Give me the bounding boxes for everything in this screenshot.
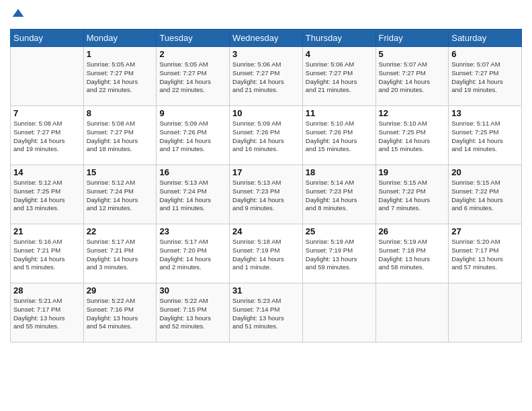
week-row-1: 1Sunrise: 5:05 AM Sunset: 7:27 PM Daylig… — [11, 47, 522, 106]
week-row-3: 14Sunrise: 5:12 AM Sunset: 7:25 PM Dayli… — [11, 165, 522, 224]
day-info: Sunrise: 5:05 AM Sunset: 7:27 PM Dayligh… — [87, 60, 154, 95]
page-container: SundayMondayTuesdayWednesdayThursdayFrid… — [0, 0, 532, 349]
calendar-cell: 23Sunrise: 5:17 AM Sunset: 7:20 PM Dayli… — [157, 224, 230, 283]
day-info: Sunrise: 5:13 AM Sunset: 7:23 PM Dayligh… — [232, 179, 300, 213]
weekday-header-friday: Friday — [375, 30, 449, 47]
calendar-cell: 26Sunrise: 5:19 AM Sunset: 7:18 PM Dayli… — [375, 224, 449, 283]
day-number: 31 — [232, 285, 300, 295]
calendar-cell: 1Sunrise: 5:05 AM Sunset: 7:27 PM Daylig… — [83, 47, 157, 106]
calendar-cell — [449, 283, 522, 342]
day-number: 24 — [232, 226, 300, 236]
week-row-4: 21Sunrise: 5:16 AM Sunset: 7:21 PM Dayli… — [11, 224, 522, 283]
day-info: Sunrise: 5:15 AM Sunset: 7:22 PM Dayligh… — [451, 179, 519, 213]
calendar-cell: 17Sunrise: 5:13 AM Sunset: 7:23 PM Dayli… — [230, 165, 303, 224]
day-number: 28 — [13, 285, 81, 295]
day-number: 23 — [159, 226, 226, 236]
calendar-cell: 18Sunrise: 5:14 AM Sunset: 7:23 PM Dayli… — [302, 165, 375, 224]
day-number: 22 — [87, 226, 154, 236]
day-number: 26 — [379, 226, 446, 236]
weekday-header-tuesday: Tuesday — [157, 30, 230, 47]
day-info: Sunrise: 5:06 AM Sunset: 7:27 PM Dayligh… — [306, 60, 373, 95]
calendar-cell: 21Sunrise: 5:16 AM Sunset: 7:21 PM Dayli… — [11, 224, 84, 283]
day-number: 25 — [306, 226, 373, 236]
day-number: 15 — [87, 167, 154, 177]
day-info: Sunrise: 5:10 AM Sunset: 7:25 PM Dayligh… — [379, 120, 446, 154]
day-info: Sunrise: 5:22 AM Sunset: 7:15 PM Dayligh… — [159, 297, 226, 331]
calendar-cell: 11Sunrise: 5:10 AM Sunset: 7:26 PM Dayli… — [302, 106, 375, 165]
calendar-cell: 29Sunrise: 5:22 AM Sunset: 7:16 PM Dayli… — [83, 283, 157, 342]
week-row-5: 28Sunrise: 5:21 AM Sunset: 7:17 PM Dayli… — [11, 283, 522, 342]
calendar-cell: 4Sunrise: 5:06 AM Sunset: 7:27 PM Daylig… — [302, 47, 375, 106]
day-info: Sunrise: 5:17 AM Sunset: 7:20 PM Dayligh… — [159, 238, 226, 272]
day-info: Sunrise: 5:09 AM Sunset: 7:26 PM Dayligh… — [159, 120, 226, 154]
day-number: 11 — [306, 108, 373, 118]
day-number: 3 — [232, 49, 300, 59]
day-info: Sunrise: 5:19 AM Sunset: 7:18 PM Dayligh… — [379, 238, 446, 272]
day-number: 1 — [87, 49, 154, 59]
logo — [10, 7, 25, 24]
week-row-2: 7Sunrise: 5:08 AM Sunset: 7:27 PM Daylig… — [11, 106, 522, 165]
day-info: Sunrise: 5:17 AM Sunset: 7:21 PM Dayligh… — [87, 238, 154, 272]
day-info: Sunrise: 5:05 AM Sunset: 7:27 PM Dayligh… — [159, 60, 226, 95]
weekday-header-wednesday: Wednesday — [230, 30, 303, 47]
calendar-cell: 31Sunrise: 5:23 AM Sunset: 7:14 PM Dayli… — [230, 283, 303, 342]
weekday-header-saturday: Saturday — [449, 30, 522, 47]
day-number: 8 — [87, 108, 154, 118]
calendar-cell: 10Sunrise: 5:09 AM Sunset: 7:26 PM Dayli… — [230, 106, 303, 165]
day-info: Sunrise: 5:06 AM Sunset: 7:27 PM Dayligh… — [232, 60, 300, 95]
calendar-cell: 30Sunrise: 5:22 AM Sunset: 7:15 PM Dayli… — [157, 283, 230, 342]
day-info: Sunrise: 5:07 AM Sunset: 7:27 PM Dayligh… — [379, 60, 446, 95]
calendar-cell: 8Sunrise: 5:08 AM Sunset: 7:27 PM Daylig… — [83, 106, 157, 165]
day-number: 10 — [232, 108, 300, 118]
calendar-cell: 15Sunrise: 5:12 AM Sunset: 7:24 PM Dayli… — [83, 165, 157, 224]
day-info: Sunrise: 5:23 AM Sunset: 7:14 PM Dayligh… — [232, 297, 300, 331]
calendar-cell — [302, 283, 375, 342]
day-info: Sunrise: 5:12 AM Sunset: 7:25 PM Dayligh… — [13, 179, 81, 213]
weekday-header-sunday: Sunday — [11, 30, 84, 47]
day-info: Sunrise: 5:21 AM Sunset: 7:17 PM Dayligh… — [13, 297, 81, 331]
day-number: 6 — [451, 49, 519, 59]
logo-icon — [11, 7, 25, 20]
day-info: Sunrise: 5:09 AM Sunset: 7:26 PM Dayligh… — [232, 120, 300, 154]
logo-text — [10, 7, 25, 24]
day-info: Sunrise: 5:08 AM Sunset: 7:27 PM Dayligh… — [87, 120, 154, 154]
calendar-cell: 20Sunrise: 5:15 AM Sunset: 7:22 PM Dayli… — [449, 165, 522, 224]
day-number: 2 — [159, 49, 226, 59]
day-number: 17 — [232, 167, 300, 177]
day-number: 20 — [451, 167, 519, 177]
calendar-table: SundayMondayTuesdayWednesdayThursdayFrid… — [10, 29, 522, 342]
calendar-cell: 9Sunrise: 5:09 AM Sunset: 7:26 PM Daylig… — [157, 106, 230, 165]
day-number: 27 — [451, 226, 519, 236]
calendar-cell — [11, 47, 84, 106]
calendar-cell: 28Sunrise: 5:21 AM Sunset: 7:17 PM Dayli… — [11, 283, 84, 342]
calendar-cell: 2Sunrise: 5:05 AM Sunset: 7:27 PM Daylig… — [157, 47, 230, 106]
day-info: Sunrise: 5:20 AM Sunset: 7:17 PM Dayligh… — [451, 238, 519, 272]
weekday-header-row: SundayMondayTuesdayWednesdayThursdayFrid… — [11, 30, 522, 47]
day-number: 4 — [306, 49, 373, 59]
day-number: 14 — [13, 167, 81, 177]
day-number: 18 — [306, 167, 373, 177]
day-info: Sunrise: 5:13 AM Sunset: 7:24 PM Dayligh… — [159, 179, 226, 213]
day-number: 5 — [379, 49, 446, 59]
day-info: Sunrise: 5:10 AM Sunset: 7:26 PM Dayligh… — [306, 120, 373, 154]
calendar-cell: 24Sunrise: 5:18 AM Sunset: 7:19 PM Dayli… — [230, 224, 303, 283]
day-number: 19 — [379, 167, 446, 177]
day-number: 21 — [13, 226, 81, 236]
calendar-cell: 5Sunrise: 5:07 AM Sunset: 7:27 PM Daylig… — [375, 47, 449, 106]
day-info: Sunrise: 5:11 AM Sunset: 7:25 PM Dayligh… — [451, 120, 519, 154]
weekday-header-thursday: Thursday — [302, 30, 375, 47]
calendar-cell: 13Sunrise: 5:11 AM Sunset: 7:25 PM Dayli… — [449, 106, 522, 165]
calendar-cell: 19Sunrise: 5:15 AM Sunset: 7:22 PM Dayli… — [375, 165, 449, 224]
calendar-cell: 27Sunrise: 5:20 AM Sunset: 7:17 PM Dayli… — [449, 224, 522, 283]
calendar-cell: 7Sunrise: 5:08 AM Sunset: 7:27 PM Daylig… — [11, 106, 84, 165]
day-info: Sunrise: 5:18 AM Sunset: 7:19 PM Dayligh… — [232, 238, 300, 272]
day-info: Sunrise: 5:12 AM Sunset: 7:24 PM Dayligh… — [87, 179, 154, 213]
day-info: Sunrise: 5:07 AM Sunset: 7:27 PM Dayligh… — [451, 60, 519, 95]
calendar-cell: 3Sunrise: 5:06 AM Sunset: 7:27 PM Daylig… — [230, 47, 303, 106]
weekday-header-monday: Monday — [83, 30, 157, 47]
day-number: 29 — [87, 285, 154, 295]
day-number: 13 — [451, 108, 519, 118]
day-number: 16 — [159, 167, 226, 177]
day-info: Sunrise: 5:14 AM Sunset: 7:23 PM Dayligh… — [306, 179, 373, 213]
day-number: 12 — [379, 108, 446, 118]
